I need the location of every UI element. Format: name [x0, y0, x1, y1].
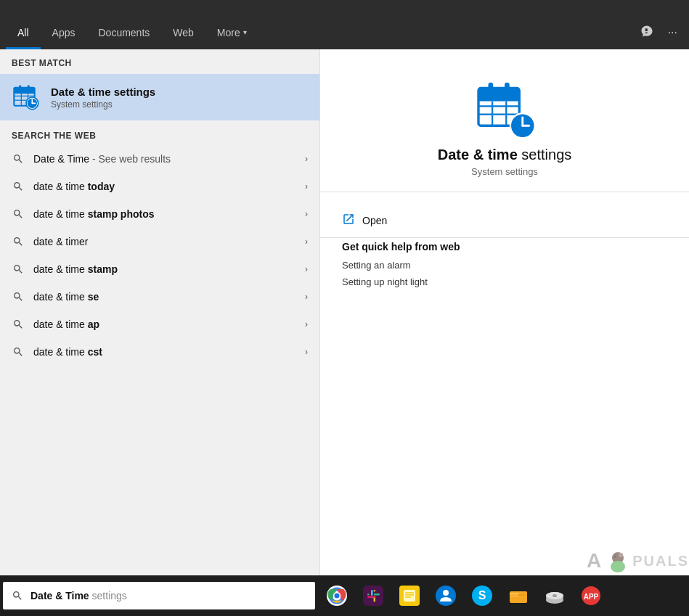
- search-icon: [12, 152, 25, 165]
- result-text-web: Date & Time - See web results: [33, 153, 296, 165]
- search-web-label: Search the web: [0, 120, 319, 145]
- search-icon: [12, 208, 25, 221]
- result-text-stamp: date & time stamp: [33, 263, 296, 275]
- svg-rect-13: [478, 89, 519, 102]
- svg-text:S: S: [478, 589, 486, 601]
- help-link-alarm[interactable]: Setting an alarm: [342, 260, 667, 271]
- svg-point-59: [611, 561, 625, 572]
- result-text-today: date & time today: [33, 181, 296, 192]
- appuals-watermark: A PUALS: [587, 549, 689, 572]
- more-options-icon[interactable]: ···: [665, 23, 680, 42]
- svg-text:APP: APP: [584, 593, 599, 601]
- nav-icons: ···: [637, 22, 680, 44]
- search-result-today[interactable]: date & time today ›: [0, 173, 319, 200]
- open-label: Open: [362, 215, 387, 226]
- svg-rect-39: [404, 590, 415, 601]
- best-match-title: Date & time settings: [51, 86, 155, 98]
- open-icon: [342, 213, 355, 229]
- search-icon: [12, 180, 25, 193]
- taskbar-skype[interactable]: S: [466, 580, 498, 612]
- app-large-icon: [472, 78, 537, 147]
- taskbar-people[interactable]: [430, 580, 462, 612]
- chevron-right-icon: ›: [305, 237, 308, 247]
- taskbar-chrome[interactable]: [321, 580, 353, 612]
- tab-apps[interactable]: Apps: [41, 17, 87, 49]
- search-icon: [12, 263, 25, 276]
- svg-rect-19: [505, 83, 510, 94]
- taskbar-search-icon: [12, 590, 23, 601]
- tab-all[interactable]: All: [6, 17, 41, 49]
- search-result-web[interactable]: Date & Time - See web results ›: [0, 145, 319, 173]
- svg-rect-7: [28, 85, 30, 90]
- svg-rect-36: [367, 596, 373, 599]
- chevron-right-icon: ›: [305, 181, 308, 192]
- taskbar-file-explorer[interactable]: [502, 580, 534, 612]
- best-match-label: Best match: [0, 49, 319, 74]
- result-text-se: date & time se: [33, 291, 296, 303]
- best-match-subtitle: System settings: [51, 99, 155, 110]
- taskbar-sticky-notes[interactable]: [394, 580, 425, 612]
- svg-rect-33: [367, 594, 370, 596]
- feedback-icon[interactable]: [637, 22, 656, 44]
- taskbar-disk[interactable]: [539, 580, 571, 612]
- svg-rect-37: [374, 596, 376, 599]
- taskbar-search-text: Date & Time settings: [30, 590, 127, 601]
- svg-rect-6: [19, 85, 21, 90]
- search-icon: [12, 290, 25, 303]
- top-nav-bar: All Apps Documents Web More ▾ ···: [0, 0, 689, 49]
- best-match-item[interactable]: Date & time settings System settings: [0, 74, 319, 120]
- quick-help-section: Get quick help from web Setting an alarm…: [320, 241, 689, 293]
- chevron-right-icon: ›: [305, 264, 308, 274]
- calendar-app-icon: [12, 83, 41, 112]
- svg-point-44: [443, 590, 449, 596]
- search-result-stamp-photos[interactable]: date & time stamp photos ›: [0, 200, 319, 228]
- taskbar-search-box[interactable]: Date & Time settings: [3, 582, 315, 609]
- svg-rect-1: [14, 88, 34, 94]
- chevron-right-icon: ›: [305, 347, 308, 357]
- chevron-right-icon: ›: [305, 154, 308, 164]
- chevron-right-icon: ›: [305, 209, 308, 219]
- svg-point-53: [553, 594, 557, 597]
- svg-rect-30: [371, 590, 373, 596]
- taskbar-slack[interactable]: [357, 580, 389, 612]
- svg-rect-32: [374, 594, 380, 596]
- svg-rect-35: [374, 590, 376, 592]
- left-panel: Best match: [0, 49, 319, 616]
- search-result-ap[interactable]: date & time ap ›: [0, 311, 319, 338]
- quick-help-title: Get quick help from web: [342, 241, 667, 252]
- tab-more[interactable]: More ▾: [205, 17, 258, 49]
- svg-point-28: [335, 594, 340, 599]
- result-text-cst: date & time cst: [33, 346, 296, 358]
- svg-point-57: [619, 553, 623, 557]
- search-result-stamp[interactable]: date & time stamp ›: [0, 255, 319, 283]
- tab-web[interactable]: Web: [161, 17, 205, 49]
- open-button[interactable]: Open: [320, 207, 689, 234]
- search-icon: [12, 318, 25, 331]
- tab-documents[interactable]: Documents: [86, 17, 161, 49]
- nav-tabs: All Apps Documents Web More ▾: [6, 17, 637, 49]
- search-icon: [12, 345, 25, 358]
- best-match-text: Date & time settings System settings: [51, 86, 155, 110]
- app-subtitle-right: System settings: [471, 166, 538, 177]
- chevron-right-icon: ›: [305, 292, 308, 302]
- search-container: Best match: [0, 49, 689, 616]
- search-icon: [12, 235, 25, 248]
- help-link-night-light[interactable]: Setting up night light: [342, 276, 667, 287]
- chevron-down-icon: ▾: [243, 28, 247, 36]
- search-result-cst[interactable]: date & time cst ›: [0, 338, 319, 366]
- right-panel: Date & time settings System settings Ope…: [319, 49, 689, 616]
- taskbar-appuals[interactable]: APP: [575, 580, 607, 612]
- chevron-right-icon: ›: [305, 319, 308, 329]
- taskbar: Date & Time settings: [0, 575, 689, 616]
- search-result-timer[interactable]: date & timer ›: [0, 228, 319, 255]
- app-title-right: Date & time settings: [438, 147, 572, 163]
- taskbar-apps: S APP: [321, 580, 607, 612]
- svg-point-58: [613, 555, 616, 558]
- result-text-ap: date & time ap: [33, 319, 296, 330]
- svg-rect-29: [363, 586, 383, 606]
- search-result-se[interactable]: date & time se ›: [0, 283, 319, 311]
- svg-rect-18: [489, 83, 494, 94]
- result-text-stamp-photos: date & time stamp photos: [33, 208, 296, 220]
- result-text-timer: date & timer: [33, 236, 296, 247]
